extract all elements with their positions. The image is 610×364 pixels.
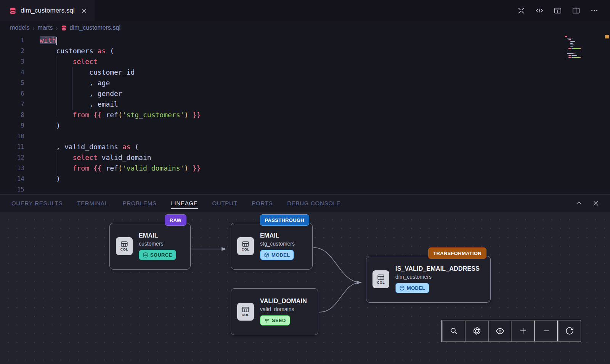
split-cross-icon[interactable] [517,6,525,15]
column-icon-label: COL [242,313,250,317]
panel-actions [576,200,610,207]
minimap[interactable] [565,36,603,62]
panel-tab-lineage[interactable]: LINEAGE [171,195,198,212]
code-line: 10 [0,131,560,142]
column-icon-label: COL [242,247,250,251]
panel-tabs: QUERY RESULTSTERMINALPROBLEMSLINEAGEOUTP… [0,195,340,212]
breadcrumb-item-file[interactable]: dim_customers.sql [70,24,120,31]
breadcrumb: models › marts › dim_customers.sql [0,21,610,34]
panel-tab-debug-console[interactable]: DEBUG CONSOLE [287,195,340,212]
aperture-icon [473,327,481,335]
transformation-tag: TRANSFORMATION [428,247,486,259]
panel-tab-terminal[interactable]: TERMINAL [77,195,108,212]
app-window: dim_customers.sql models › [0,0,610,364]
column-icon: COL [237,303,254,321]
source-badge: SOURCE [139,250,176,260]
code-line: 6 , gender [0,88,560,99]
plus-icon [519,327,527,335]
table-name: stg_customers [260,241,295,247]
minus-icon [542,327,551,335]
editor-tab-bar: dim_customers.sql [0,0,610,21]
code-line: 4 customer_id [0,67,560,78]
search-button[interactable] [442,320,465,342]
column-icon: COL [116,237,133,255]
database-icon [61,25,67,31]
editor-actions [517,6,610,15]
column-icon: COL [372,270,389,288]
raw-tag: RAW [165,214,186,226]
lineage-node-dim-customers[interactable]: COL IS_VALID_EMAIL_ADDRESS dim_customers… [366,256,491,303]
code-line: 13 from {{ ref('valid_domains') }} [0,163,560,174]
panel-tab-problems[interactable]: PROBLEMS [123,195,157,212]
seed-badge: SEED [260,315,290,326]
lineage-toolbar [441,320,581,342]
code-line: 7 , email [0,99,560,110]
badge-label: SOURCE [150,252,172,258]
breadcrumb-separator: › [33,25,35,31]
code-line: 11 , valid_domains as ( [0,142,560,152]
split-editor-icon[interactable] [572,6,580,15]
code-line: 2 customers as ( [0,46,560,56]
column-name: EMAIL [260,232,295,239]
panel-tab-ports[interactable]: PORTS [252,195,273,212]
code-line: 9 ) [0,120,560,131]
tab-title: dim_customers.sql [21,7,75,14]
passthrough-tag: PASSTHROUGH [260,214,309,226]
table-name: dim_customers [395,274,480,280]
code-line: 8 from {{ ref('stg_customers') }} [0,110,560,120]
badge-label: SEED [272,318,286,323]
aperture-button[interactable] [465,320,488,342]
more-actions-icon[interactable] [590,6,599,15]
lineage-node-customers-email[interactable]: COL EMAIL customers SOURCE RAW [109,223,191,270]
code-line: 15 [0,184,560,194]
model-badge: MODEL [395,283,429,293]
database-icon [9,7,16,14]
tab-close-icon[interactable] [81,8,87,14]
column-name: IS_VALID_EMAIL_ADDRESS [395,265,480,272]
breadcrumb-item-marts[interactable]: marts [38,24,53,31]
panel-tab-query-results[interactable]: QUERY RESULTS [11,195,63,212]
refresh-button[interactable] [558,320,581,342]
code-line: 3 select [0,56,560,67]
code-icon[interactable] [535,6,544,15]
overview-ruler-marker [605,35,609,38]
column-name: VALID_DOMAIN [260,298,307,305]
panel-tab-bar: QUERY RESULTSTERMINALPROBLEMSLINEAGEOUTP… [0,194,610,212]
chevron-up-icon[interactable] [576,200,583,207]
refresh-icon [565,327,574,335]
code-line: 1with [0,35,560,46]
badge-label: MODEL [407,285,425,291]
code-lines: 1with2 customers as (3 select4 customer_… [0,35,560,194]
code-line: 14 ) [0,174,560,184]
breadcrumb-item-models[interactable]: models [10,24,30,31]
zoom-out-button[interactable] [535,320,558,342]
table-name: valid_domains [260,306,307,312]
tab-dim-customers-sql[interactable]: dim_customers.sql [0,0,95,21]
code-line: 5 , age [0,78,560,88]
panel-tab-output[interactable]: OUTPUT [212,195,238,212]
badge-label: MODEL [271,252,290,258]
eye-icon [496,327,504,335]
code-line: 12 select valid_domain [0,152,560,163]
code-editor[interactable]: 1with2 customers as (3 select4 customer_… [0,34,610,194]
lineage-node-stg-customers-email[interactable]: COL EMAIL stg_customers MODEL PASSTHROUG… [231,223,313,270]
column-icon-label: COL [377,281,385,284]
column-name: EMAIL [139,232,176,239]
visibility-button[interactable] [488,320,512,342]
table-layout-icon[interactable] [554,6,562,15]
search-icon [449,327,458,335]
model-badge: MODEL [260,250,294,260]
column-icon-label: COL [120,247,128,251]
zoom-in-button[interactable] [511,320,535,342]
panel-close-icon[interactable] [592,200,599,207]
breadcrumb-separator: › [56,25,58,31]
lineage-node-valid-domains[interactable]: COL VALID_DOMAIN valid_domains SEED [231,288,318,335]
table-name: customers [139,241,176,247]
column-icon: COL [237,237,254,255]
lineage-canvas[interactable]: COL EMAIL customers SOURCE RAW COL EMAIL… [0,212,610,364]
